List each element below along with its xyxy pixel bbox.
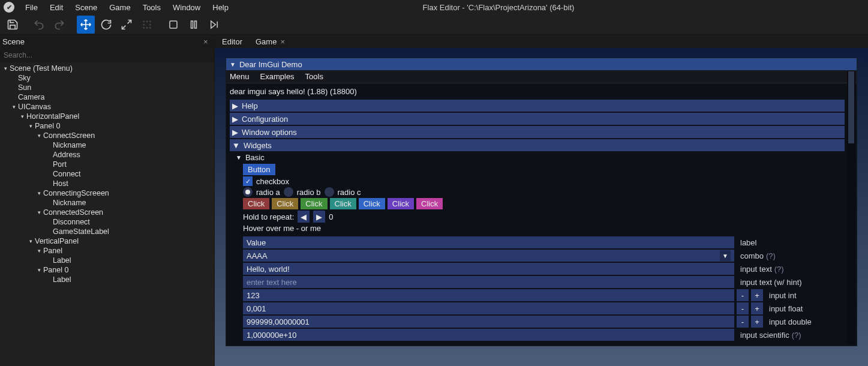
tab-game-close-icon[interactable]: × — [280, 37, 285, 46]
input-text-field[interactable]: Hello, world! — [243, 263, 734, 275]
rotate-tool-icon[interactable] — [97, 16, 115, 34]
viewport-panel: Editor Game× ▼Dear ImGui Demo Menu Examp… — [215, 35, 868, 366]
int-minus[interactable]: - — [737, 289, 749, 301]
tab-game[interactable]: Game× — [251, 35, 290, 48]
menu-tools[interactable]: Tools — [137, 2, 167, 13]
tree-nickname[interactable]: Nickname — [0, 140, 214, 150]
demo-checkbox[interactable]: ✓ — [243, 176, 253, 186]
input-int-field[interactable]: 123 — [243, 289, 734, 301]
undo-icon[interactable] — [30, 16, 48, 34]
imgui-titlebar[interactable]: ▼Dear ImGui Demo — [226, 58, 857, 70]
save-icon[interactable] — [4, 16, 22, 34]
svg-point-9 — [149, 26, 151, 28]
tree-camera[interactable]: Camera — [0, 92, 214, 102]
menu-scene[interactable]: Scene — [69, 2, 103, 13]
input-text-hint-field[interactable]: enter text here — [243, 276, 734, 288]
double-minus[interactable]: - — [737, 316, 749, 328]
svg-line-0 — [128, 20, 131, 23]
snap-tool-icon[interactable] — [138, 16, 156, 34]
scale-tool-icon[interactable] — [118, 16, 136, 34]
click-4[interactable]: Click — [330, 198, 356, 209]
tree-gamestatelabel[interactable]: GameStateLabel — [0, 227, 214, 236]
input-sci-field[interactable]: 1,000000e+10 — [243, 329, 734, 341]
tree-host[interactable]: Host — [0, 179, 214, 188]
tree-sun[interactable]: Sun — [0, 83, 214, 92]
scene-tree[interactable]: ▾Scene (Test Menu) Sky Sun Camera ▾UICan… — [0, 62, 214, 366]
demo-button[interactable]: Button — [243, 164, 275, 175]
chevron-down-icon: ▼ — [720, 250, 731, 261]
tree-connect[interactable]: Connect — [0, 169, 214, 179]
step-icon[interactable] — [205, 16, 223, 34]
repeat-right-icon[interactable]: ▶ — [313, 211, 325, 223]
header-configuration[interactable]: ▶Configuration — [230, 113, 845, 125]
imgui-menu-examples[interactable]: Examples — [260, 72, 295, 81]
tree-connectscreen[interactable]: ▾ConnectScreen — [0, 131, 214, 140]
tree-sky[interactable]: Sky — [0, 73, 214, 83]
tree-port[interactable]: Port — [0, 160, 214, 169]
treenode-basic[interactable]: ▼Basic — [230, 152, 845, 163]
tree-panel0a[interactable]: ▾Panel 0 — [0, 121, 214, 131]
tree-nickname2[interactable]: Nickname — [0, 198, 214, 208]
header-help[interactable]: ▶Help — [230, 100, 845, 112]
click-7[interactable]: Click — [416, 198, 443, 209]
input-float-field[interactable]: 0,001 — [243, 302, 734, 314]
tree-connectingscreen[interactable]: ▾ConnectingScreeen — [0, 188, 214, 198]
menu-help[interactable]: Help — [206, 2, 235, 13]
click-3[interactable]: Click — [301, 198, 327, 209]
imgui-menu-tools[interactable]: Tools — [305, 72, 323, 81]
float-plus[interactable]: + — [751, 302, 763, 314]
imgui-scrollbar[interactable] — [847, 71, 855, 344]
scene-tab-close-icon[interactable]: × — [203, 37, 212, 46]
tree-panel0b[interactable]: ▾Panel 0 — [0, 265, 214, 275]
imgui-menu-menu[interactable]: Menu — [230, 72, 250, 81]
play-stop-icon[interactable] — [164, 16, 182, 34]
scene-tab[interactable]: Scene — [2, 37, 203, 46]
app-logo-icon: ✔ — [4, 2, 14, 13]
tree-hpanel[interactable]: ▾HorizontalPanel — [0, 112, 214, 121]
imgui-window[interactable]: ▼Dear ImGui Demo Menu Examples Tools dea… — [226, 58, 857, 346]
click-1[interactable]: Click — [243, 198, 269, 209]
hold-repeat-label: Hold to repeat: — [243, 212, 294, 221]
menu-edit[interactable]: Edit — [44, 2, 69, 13]
tree-address[interactable]: Address — [0, 150, 214, 160]
input-double-field[interactable]: 999999,00000001 — [243, 316, 734, 328]
tree-root[interactable]: ▾Scene (Test Menu) — [0, 64, 214, 73]
scene-search-input[interactable] — [0, 48, 214, 62]
radio-b[interactable] — [284, 187, 293, 197]
label-left-field: Value — [243, 236, 734, 248]
tree-panel[interactable]: ▾Panel — [0, 246, 214, 256]
svg-rect-11 — [191, 21, 193, 28]
tree-label2[interactable]: Label — [0, 275, 214, 284]
tab-editor[interactable]: Editor — [217, 35, 247, 48]
game-viewport[interactable]: ▼Dear ImGui Demo Menu Examples Tools dea… — [215, 48, 868, 366]
double-plus[interactable]: + — [751, 316, 763, 328]
click-5[interactable]: Click — [359, 198, 385, 209]
click-6[interactable]: Click — [388, 198, 414, 209]
label-right: label — [737, 238, 845, 247]
svg-point-4 — [149, 20, 151, 22]
scrollbar-thumb[interactable] — [848, 71, 854, 143]
translate-tool-icon[interactable] — [77, 16, 95, 34]
radio-c[interactable] — [325, 187, 334, 197]
redo-icon[interactable] — [50, 16, 68, 34]
svg-line-1 — [122, 25, 126, 29]
tree-connectedscreen[interactable]: ▾ConnectedScreen — [0, 208, 214, 217]
menu-file[interactable]: File — [19, 2, 44, 13]
combo-field[interactable]: AAAA▼ — [243, 250, 734, 262]
svg-rect-10 — [170, 21, 177, 28]
header-widgets[interactable]: ▼Widgets — [230, 139, 845, 151]
click-2[interactable]: Click — [272, 198, 298, 209]
tree-label[interactable]: Label — [0, 256, 214, 265]
int-plus[interactable]: + — [751, 289, 763, 301]
menu-window[interactable]: Window — [167, 2, 206, 13]
tree-vpanel[interactable]: ▾VerticalPanel — [0, 236, 214, 246]
tree-uicanvas[interactable]: ▾UICanvas — [0, 102, 214, 112]
pause-icon[interactable] — [185, 16, 203, 34]
tree-disconnect[interactable]: Disconnect — [0, 217, 214, 227]
float-minus[interactable]: - — [737, 302, 749, 314]
repeat-left-icon[interactable]: ◀ — [298, 211, 310, 223]
radio-a[interactable] — [243, 187, 253, 197]
menu-game[interactable]: Game — [103, 2, 136, 13]
collapse-icon[interactable]: ▼ — [230, 61, 236, 68]
header-window-options[interactable]: ▶Window options — [230, 126, 845, 138]
